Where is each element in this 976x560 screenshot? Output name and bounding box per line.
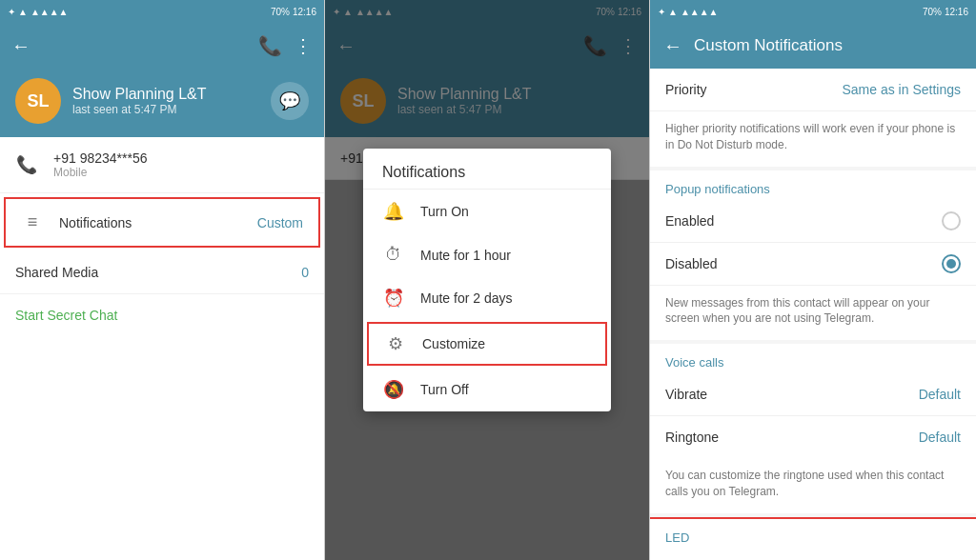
battery-text: 70%	[271, 7, 290, 17]
avatar-1: SL	[15, 78, 61, 124]
priority-section: Priority Same as in Settings Higher prio…	[650, 69, 976, 167]
status-icons-left: ✦ ▲ ▲▲▲▲	[8, 7, 69, 17]
contact-name-1: Show Planning L&T	[72, 86, 259, 103]
priority-label: Priority	[665, 82, 842, 97]
back3-icon[interactable]: ←	[663, 35, 682, 57]
turnon-label: Turn On	[420, 204, 469, 219]
mute2d-icon: ⏰	[382, 288, 405, 309]
bat3-text: 70%	[923, 7, 942, 17]
ringtone-row[interactable]: Ringtone Default	[650, 416, 976, 458]
phone-row-icon: 📞	[15, 154, 38, 175]
vibrate-row[interactable]: Vibrate Default	[650, 373, 976, 416]
customize-icon: ⚙	[384, 333, 407, 354]
panel3-body[interactable]: Priority Same as in Settings Higher prio…	[650, 69, 976, 560]
back-icon[interactable]: ←	[11, 35, 30, 57]
status-icons-right: 70% 12:16	[271, 7, 316, 17]
contact-info-1: Show Planning L&T last seen at 5:47 PM	[72, 86, 259, 116]
app-bar-1: ← 📞 ⋮	[0, 23, 324, 69]
phone-row-text: +91 98234***56 Mobile	[53, 150, 148, 179]
notifications-icon: ≡	[21, 212, 44, 232]
notifications-row[interactable]: ≡ Notifications Custom	[4, 197, 320, 248]
message-button[interactable]: 💬	[271, 82, 309, 120]
time-text: 12:16	[293, 7, 316, 17]
voice-calls-title: Voice calls	[650, 344, 976, 373]
priority-row[interactable]: Priority Same as in Settings	[650, 69, 976, 111]
shared-media-value: 0	[301, 265, 309, 280]
popup-enabled-radio[interactable]	[942, 211, 961, 230]
vibrate-label: Vibrate	[665, 387, 919, 402]
notifications-value: Custom	[257, 215, 303, 230]
time3-text: 12:16	[945, 7, 968, 17]
panel-2: ✦ ▲ ▲▲▲▲ 70% 12:16 ← 📞 ⋮ SL Show Plannin…	[325, 0, 650, 560]
secret-chat-button[interactable]: Start Secret Chat	[0, 294, 324, 336]
sig3-icon: ▲▲▲▲	[681, 7, 719, 17]
popup-notif-section: Popup notifications Enabled Disabled New…	[650, 170, 976, 341]
ringtone-label: Ringtone	[665, 430, 919, 445]
popup-menu: Notifications 🔔 Turn On ⏱ Mute for 1 hou…	[363, 149, 611, 411]
popup-enabled-label: Enabled	[665, 213, 942, 229]
vibrate-value: Default	[919, 387, 961, 402]
notifications-label: Notifications	[59, 215, 242, 230]
contact-status-1: last seen at 5:47 PM	[72, 103, 259, 116]
status-bar-3: ✦ ▲ ▲▲▲▲ 70% 12:16	[650, 0, 976, 23]
more-icon[interactable]: ⋮	[294, 34, 313, 57]
popup-notif-desc: New messages from this contact will appe…	[650, 286, 976, 341]
avatar-initials: SL	[27, 91, 49, 111]
signal-icon: ▲▲▲▲	[30, 7, 69, 17]
popup-notif-title: Popup notifications	[650, 170, 976, 200]
popup-item-mute2d[interactable]: ⏰ Mute for 2 days	[363, 276, 611, 320]
popup-disabled-row[interactable]: Disabled	[650, 243, 976, 286]
turnoff-icon: 🔕	[382, 379, 405, 400]
color-row[interactable]: Color	[650, 549, 976, 560]
shared-media-row[interactable]: Shared Media 0	[0, 251, 324, 294]
radio-inner-dot	[946, 259, 956, 269]
turnon-icon: 🔔	[382, 201, 405, 222]
panel3-appbar: ← Custom Notifications	[650, 23, 976, 69]
panel-body-1: 📞 +91 98234***56 Mobile ≡ Notifications …	[0, 137, 324, 560]
phone-icon[interactable]: 📞	[258, 34, 282, 57]
led-section: LED Color LED is a small blinking light …	[650, 517, 976, 560]
ringtone-value: Default	[919, 430, 961, 445]
phone-number: +91 98234***56	[53, 150, 148, 166]
bluetooth-icon: ✦	[8, 7, 15, 17]
led-title: LED	[650, 519, 976, 549]
wifi3-icon: ▲	[668, 7, 678, 17]
mute2d-label: Mute for 2 days	[420, 290, 513, 306]
voice-calls-section: Voice calls Vibrate Default Ringtone Def…	[650, 344, 976, 513]
popup-title: Notifications	[363, 149, 611, 190]
phone-row: 📞 +91 98234***56 Mobile	[0, 137, 324, 193]
bt3-icon: ✦	[658, 7, 665, 17]
phone-type: Mobile	[53, 166, 148, 179]
voicecalls-desc: You can customize the ringtone used when…	[650, 458, 976, 513]
popup-disabled-label: Disabled	[665, 256, 942, 271]
popup-item-turnoff[interactable]: 🔕 Turn Off	[363, 368, 611, 411]
turnoff-label: Turn Off	[420, 382, 469, 397]
panel-3: ✦ ▲ ▲▲▲▲ 70% 12:16 ← Custom Notification…	[650, 0, 976, 560]
popup-item-mute1h[interactable]: ⏱ Mute for 1 hour	[363, 233, 611, 276]
customize-label: Customize	[422, 336, 485, 351]
mute1h-label: Mute for 1 hour	[420, 248, 511, 263]
shared-media-label: Shared Media	[15, 265, 286, 280]
popup-item-customize[interactable]: ⚙ Customize	[367, 322, 607, 366]
mute1h-icon: ⏱	[382, 245, 405, 265]
priority-desc: Higher priority notifications will work …	[650, 111, 976, 167]
popup-item-turnon[interactable]: 🔔 Turn On	[363, 190, 611, 233]
panel-1: ✦ ▲ ▲▲▲▲ 70% 12:16 ← 📞 ⋮ SL Show Plannin…	[0, 0, 325, 560]
popup-enabled-row[interactable]: Enabled	[650, 200, 976, 243]
popup-overlay: Notifications 🔔 Turn On ⏱ Mute for 1 hou…	[325, 0, 649, 560]
popup-disabled-radio[interactable]	[942, 254, 961, 273]
panel3-title: Custom Notifications	[694, 36, 963, 55]
wifi-icon: ▲	[18, 7, 28, 17]
priority-value: Same as in Settings	[842, 82, 961, 97]
contact-header-1: SL Show Planning L&T last seen at 5:47 P…	[0, 69, 324, 137]
status-bar-1: ✦ ▲ ▲▲▲▲ 70% 12:16	[0, 0, 324, 23]
